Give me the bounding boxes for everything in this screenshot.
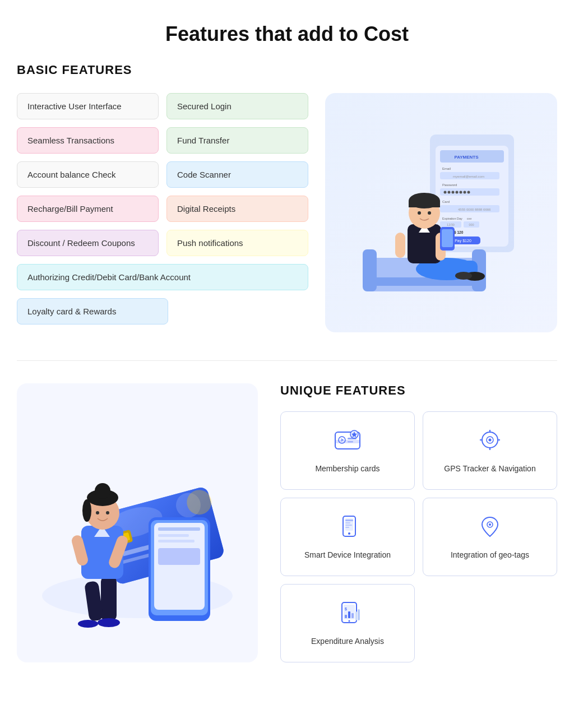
svg-rect-64	[158, 548, 200, 565]
feature-account-balance: Account balance Check	[17, 161, 159, 188]
svg-rect-83	[348, 441, 353, 443]
geotag-label: Integration of geo-tags	[451, 550, 529, 561]
svg-text:000: 000	[469, 223, 474, 226]
wide-row-2: Loyalty card & Rewards	[17, 298, 308, 324]
geotag-icon	[474, 511, 506, 542]
feature-fund-transfer: Fund Transfer	[166, 127, 308, 154]
unique-card-analysis: $ Expenditure Analysis	[280, 584, 415, 662]
svg-rect-104	[348, 611, 350, 618]
svg-text:Expiration Day: Expiration Day	[442, 217, 462, 220]
analysis-label: Expenditure Analysis	[311, 636, 384, 647]
svg-text:Card: Card	[442, 200, 450, 203]
feature-authorizing-card: Authorizing Credit/Debit Card/Bank Accou…	[17, 264, 308, 290]
feature-code-scanner: Code Scanner	[166, 161, 308, 188]
svg-rect-95	[345, 520, 353, 521]
basic-illustration: PAYMENTS Email myemail@email.com Passwor…	[325, 93, 557, 332]
feature-loyalty: Loyalty card & Rewards	[17, 298, 168, 324]
page-title: Features that add to Cost	[0, 0, 574, 63]
basic-features-heading: BASIC FEATURES	[17, 63, 557, 77]
svg-point-94	[348, 532, 350, 535]
device-icon	[332, 511, 363, 542]
svg-point-11	[452, 191, 455, 193]
feature-digital-receipts: Digital Receipts	[166, 196, 308, 222]
feature-secured-login: Secured Login	[166, 93, 308, 119]
device-label: Smart Device Integration	[304, 550, 391, 561]
svg-text:$: $	[345, 607, 347, 611]
svg-rect-46	[442, 229, 453, 247]
svg-rect-105	[351, 613, 354, 618]
gps-icon	[474, 424, 506, 456]
svg-point-67	[98, 618, 120, 627]
feature-push-notifications: Push notifications	[166, 230, 308, 256]
svg-point-43	[428, 211, 431, 215]
membership-label: Membership cards	[315, 463, 379, 475]
svg-text:cvv: cvv	[467, 217, 472, 220]
feature-discount: Discount / Redeem Coupons	[17, 230, 159, 256]
svg-rect-62	[158, 534, 189, 537]
basic-features-left: Interactive User Interface Secured Login…	[17, 93, 308, 332]
unique-illustration-svg	[28, 416, 247, 629]
unique-illustration	[17, 383, 258, 662]
svg-point-87	[489, 439, 492, 442]
svg-point-76	[106, 511, 109, 514]
svg-rect-41	[409, 201, 440, 207]
basic-features-section: BASIC FEATURES Interactive User Interfac…	[0, 63, 574, 355]
svg-point-12	[456, 191, 459, 193]
feature-interactive-ui: Interactive User Interface	[17, 93, 159, 119]
svg-point-68	[78, 620, 98, 628]
svg-point-13	[460, 191, 462, 193]
svg-point-9	[444, 191, 447, 193]
svg-rect-108	[358, 609, 360, 620]
svg-text:$ 120: $ 120	[454, 230, 464, 235]
analysis-icon: $	[332, 597, 363, 628]
wide-row-1: Authorizing Credit/Debit Card/Bank Accou…	[17, 264, 308, 290]
svg-text:12/30: 12/30	[447, 223, 455, 226]
svg-text:Pay $120: Pay $120	[455, 239, 471, 243]
membership-icon	[332, 424, 363, 456]
svg-point-10	[448, 191, 451, 193]
svg-point-107	[349, 620, 350, 622]
features-grid: Interactive User Interface Secured Login…	[17, 93, 308, 256]
unique-card-geotag: Integration of geo-tags	[423, 498, 557, 576]
svg-text:4555 0000 8888 6666: 4555 0000 8888 6666	[458, 208, 491, 211]
svg-rect-103	[345, 615, 347, 618]
svg-point-36	[455, 272, 472, 280]
svg-point-73	[95, 483, 110, 499]
svg-rect-97	[345, 525, 352, 526]
svg-rect-109	[355, 611, 357, 620]
svg-rect-61	[158, 527, 200, 531]
svg-rect-47	[395, 233, 405, 258]
feature-recharge: Recharge/Bill Payment	[17, 196, 159, 222]
svg-text:Email: Email	[442, 167, 451, 170]
unique-features-grid: Membership cards GPS Tracker & Navigati	[280, 411, 557, 662]
basic-illustration-svg: PAYMENTS Email myemail@email.com Passwor…	[357, 118, 525, 308]
feature-seamless-transactions: Seamless Transactions	[17, 127, 159, 154]
unique-card-gps: GPS Tracker & Navigation	[423, 411, 557, 490]
svg-point-15	[467, 191, 470, 193]
unique-card-device: Smart Device Integration	[280, 498, 415, 576]
svg-text:PAYMENTS: PAYMENTS	[454, 155, 479, 160]
unique-features-heading: UNIQUE FEATURES	[280, 383, 557, 398]
gps-label: GPS Tracker & Navigation	[444, 463, 535, 475]
svg-point-74	[82, 499, 91, 522]
svg-text:myemail@email.com: myemail@email.com	[453, 175, 484, 178]
svg-point-42	[418, 211, 421, 215]
unique-features-right: UNIQUE FEATURES	[280, 383, 557, 662]
svg-text:Password: Password	[442, 183, 457, 187]
svg-point-14	[464, 191, 466, 193]
unique-card-membership: Membership cards	[280, 411, 415, 490]
svg-rect-65	[101, 576, 117, 621]
svg-point-75	[96, 511, 99, 514]
svg-rect-98	[345, 527, 349, 528]
svg-rect-96	[345, 522, 350, 523]
svg-rect-63	[158, 540, 195, 542]
unique-features-section: UNIQUE FEATURES	[0, 361, 574, 685]
svg-point-100	[489, 523, 491, 526]
